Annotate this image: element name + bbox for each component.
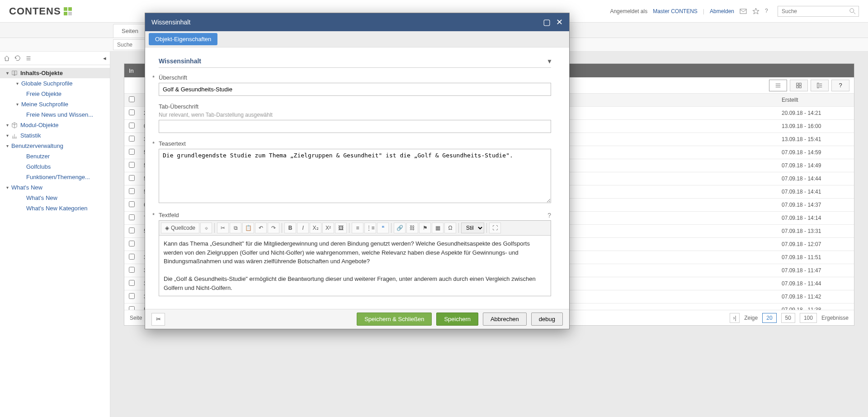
rt-copy-icon[interactable]: ⧉ bbox=[230, 223, 241, 233]
rt-subscript-icon[interactable]: X₂ bbox=[310, 223, 321, 233]
rt-image-icon[interactable]: 🖼 bbox=[335, 223, 347, 233]
modal-footer: ✂ Speichern & Schließen Speichern Abbrec… bbox=[145, 309, 569, 329]
rt-anchor-icon[interactable]: ⚑ bbox=[419, 223, 431, 233]
hint-tab-ueberschrift: Nur relevant, wenn Tab-Darstellung ausge… bbox=[159, 112, 551, 118]
modal-backdrop: Wissensinhalt ▢ ✕ Objekt-Eigenschaften W… bbox=[0, 0, 868, 417]
save-button[interactable]: Speichern bbox=[436, 313, 478, 326]
richtext-toolbar: ◈ Quellcode ⟐ ✂ ⧉ 📋 ↶ ↷ B I X₂ bbox=[159, 221, 551, 236]
rt-source-button[interactable]: ◈ Quellcode bbox=[161, 223, 199, 233]
scissors-icon[interactable]: ✂ bbox=[151, 313, 165, 326]
rt-italic-icon[interactable]: I bbox=[297, 223, 309, 233]
rt-ul-icon[interactable]: ⋮≡ bbox=[364, 223, 376, 233]
richtext-content[interactable]: Kann das Thema „Gesundheit" für die Mitg… bbox=[159, 236, 551, 296]
rt-format-painter-icon[interactable]: ⟐ bbox=[200, 223, 212, 233]
rt-paste-icon[interactable]: 📋 bbox=[242, 223, 254, 233]
modal-body: Wissensinhalt ▾ Überschrift Tab-Überschr… bbox=[145, 47, 569, 309]
rt-redo-icon[interactable]: ↷ bbox=[268, 223, 279, 233]
maximize-icon[interactable]: ▢ bbox=[543, 17, 551, 27]
rt-link-icon[interactable]: 🔗 bbox=[394, 223, 406, 233]
rt-ol-icon[interactable]: ≡ bbox=[352, 223, 363, 233]
label-teasertext: Teasertext bbox=[159, 140, 551, 147]
label-textfeld: Textfeld bbox=[159, 212, 551, 218]
chevron-down-icon[interactable]: ▾ bbox=[548, 57, 551, 65]
section-head[interactable]: Wissensinhalt ▾ bbox=[159, 55, 551, 68]
help-textfeld-icon[interactable]: ? bbox=[547, 212, 551, 219]
rt-specialchar-icon[interactable]: Ω bbox=[444, 223, 456, 233]
rt-cut-icon[interactable]: ✂ bbox=[217, 223, 229, 233]
input-tab-ueberschrift[interactable] bbox=[159, 120, 551, 133]
rt-unlink-icon[interactable]: ⛓ bbox=[406, 223, 418, 233]
rt-superscript-icon[interactable]: X² bbox=[322, 223, 334, 233]
close-icon[interactable]: ✕ bbox=[556, 17, 563, 27]
rt-undo-icon[interactable]: ↶ bbox=[255, 223, 267, 233]
rt-quote-icon[interactable]: ❝ bbox=[377, 223, 389, 233]
modal-title-text: Wissensinhalt bbox=[151, 19, 190, 26]
modal-wissensinhalt: Wissensinhalt ▢ ✕ Objekt-Eigenschaften W… bbox=[145, 13, 570, 329]
modal-titlebar[interactable]: Wissensinhalt ▢ ✕ bbox=[145, 13, 569, 31]
modal-tab-objekt-eigenschaften[interactable]: Objekt-Eigenschaften bbox=[149, 33, 217, 45]
label-tab-ueberschrift: Tab-Überschrift bbox=[159, 103, 551, 110]
rt-fullscreen-icon[interactable]: ⛶ bbox=[489, 223, 501, 233]
label-ueberschrift: Überschrift bbox=[159, 74, 551, 81]
modal-tabs: Objekt-Eigenschaften bbox=[145, 31, 569, 47]
rt-bold-icon[interactable]: B bbox=[284, 223, 296, 233]
section-title: Wissensinhalt bbox=[159, 57, 201, 65]
cancel-button[interactable]: Abbrechen bbox=[483, 313, 527, 326]
richtext-editor: ◈ Quellcode ⟐ ✂ ⧉ 📋 ↶ ↷ B I X₂ bbox=[159, 220, 551, 296]
rt-paragraph: Die „Golf & Gesundheits-Studie" ermöglic… bbox=[164, 275, 546, 292]
textarea-teasertext[interactable] bbox=[159, 149, 551, 203]
rt-style-select[interactable]: Stil bbox=[461, 223, 484, 233]
rt-paragraph: Kann das Thema „Gesundheit" für die Mitg… bbox=[164, 239, 546, 266]
debug-button[interactable]: debug bbox=[531, 313, 563, 326]
rt-table-icon[interactable]: ▦ bbox=[432, 223, 443, 233]
rt-source-label: Quellcode bbox=[171, 225, 195, 231]
input-ueberschrift[interactable] bbox=[159, 83, 551, 96]
save-close-button[interactable]: Speichern & Schließen bbox=[357, 313, 432, 326]
